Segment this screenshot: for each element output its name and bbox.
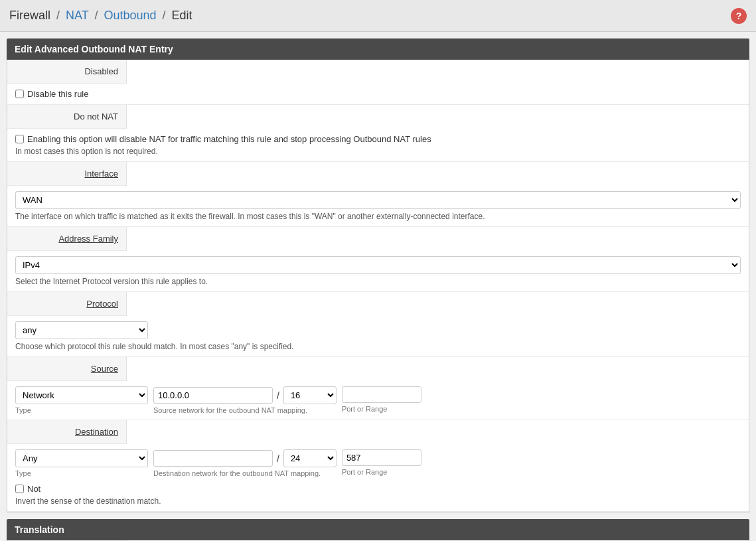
content-disabled: Disable this rule <box>7 84 749 105</box>
row-disabled: Disabled Disable this rule <box>7 60 749 105</box>
destination-network-label: Destination network for the outbound NAT… <box>153 469 337 477</box>
select-destination-cidr[interactable]: 8 16 24 32 <box>283 449 337 467</box>
select-source-cidr[interactable]: 8 16 24 32 <box>283 386 337 404</box>
content-destination: Any Network LAN subnet Type / 8 16 <box>7 444 749 512</box>
select-protocol[interactable]: any TCP UDP TCP/UDP ICMP <box>15 321 148 339</box>
breadcrumb-bar: Firewall / NAT / Outbound / Edit ? <box>0 0 756 32</box>
source-network-label: Source network for the outbound NAT mapp… <box>153 406 337 414</box>
sep1: / <box>56 9 63 22</box>
row-do-not-nat: Do not NAT Enabling this option will dis… <box>7 105 749 162</box>
destination-port-label: Port or Range <box>342 468 421 476</box>
label-interface: Interface <box>7 162 127 186</box>
do-not-nat-desc: In most cases this option is not require… <box>15 147 741 156</box>
breadcrumb-firewall: Firewall <box>9 9 50 22</box>
select-address-family[interactable]: IPv4 IPv6 IPv4+IPv6 <box>15 256 741 274</box>
destination-port-input[interactable] <box>342 449 421 466</box>
content-source: Network Any LAN subnet LAN address Type … <box>7 381 749 420</box>
sep3: / <box>163 9 169 22</box>
destination-addr-row: Any Network LAN subnet Type / 8 16 <box>15 449 741 477</box>
help-icon[interactable]: ? <box>731 8 747 24</box>
source-ip-input[interactable] <box>153 387 273 404</box>
destination-type-group: Any Network LAN subnet Type <box>15 449 148 477</box>
row-destination: Destination Any Network LAN subnet Type <box>7 420 749 512</box>
destination-ip-input[interactable] <box>153 450 273 467</box>
label-do-not-nat: Do not NAT <box>7 105 127 129</box>
row-source: Source Network Any LAN subnet LAN addres… <box>7 357 749 420</box>
source-port-group: Port or Range <box>342 386 421 413</box>
breadcrumb-outbound[interactable]: Outbound <box>104 9 156 22</box>
breadcrumb-nat[interactable]: NAT <box>66 9 88 22</box>
select-source-type[interactable]: Network Any LAN subnet LAN address <box>15 386 148 404</box>
interface-desc: The interface on which traffic is matche… <box>15 212 741 221</box>
checkbox-not[interactable] <box>15 485 24 493</box>
select-destination-type[interactable]: Any Network LAN subnet <box>15 449 148 467</box>
content-address-family: IPv4 IPv6 IPv4+IPv6 Select the Internet … <box>7 251 749 292</box>
label-disabled: Disabled <box>7 60 127 84</box>
row-protocol: Protocol any TCP UDP TCP/UDP ICMP Choose… <box>7 292 749 357</box>
not-description: Invert the sense of the destination matc… <box>15 497 741 506</box>
row-interface: Interface WAN LAN OPT1 The interface on … <box>7 162 749 227</box>
checkbox-do-not-nat-label[interactable]: Enabling this option will disable NAT fo… <box>15 134 741 144</box>
content-do-not-nat: Enabling this option will disable NAT fo… <box>7 129 749 162</box>
content-protocol: any TCP UDP TCP/UDP ICMP Choose which pr… <box>7 316 749 357</box>
source-ip-group: / 8 16 24 32 Source network for the outb… <box>153 386 337 414</box>
source-addr-row: Network Any LAN subnet LAN address Type … <box>15 386 741 414</box>
protocol-desc: Choose which protocol this rule should m… <box>15 342 741 351</box>
not-section: Not Invert the sense of the destination … <box>15 484 741 506</box>
content-interface: WAN LAN OPT1 The interface on which traf… <box>7 186 749 227</box>
checkbox-disabled[interactable] <box>15 90 24 98</box>
checkbox-do-not-nat[interactable] <box>15 135 24 143</box>
source-type-group: Network Any LAN subnet LAN address Type <box>15 386 148 414</box>
breadcrumb-edit: Edit <box>172 9 192 22</box>
main-content: Edit Advanced Outbound NAT Entry Disable… <box>0 32 756 541</box>
source-port-input[interactable] <box>342 386 421 403</box>
destination-type-label: Type <box>15 469 148 477</box>
section-header-main: Edit Advanced Outbound NAT Entry <box>7 39 749 60</box>
section-header-translation: Translation <box>7 519 749 540</box>
address-family-desc: Select the Internet Protocol version thi… <box>15 277 741 286</box>
checkbox-disabled-label[interactable]: Disable this rule <box>15 89 741 99</box>
select-interface[interactable]: WAN LAN OPT1 <box>15 191 741 209</box>
sep2: / <box>94 9 101 22</box>
label-address-family: Address Family <box>7 227 127 251</box>
label-source: Source <box>7 357 127 381</box>
breadcrumb: Firewall / NAT / Outbound / Edit <box>9 9 192 23</box>
form-table-main: Disabled Disable this rule Do not NAT En… <box>7 60 749 512</box>
row-address-family: Address Family IPv4 IPv6 IPv4+IPv6 Selec… <box>7 227 749 292</box>
source-slash: / <box>275 388 281 404</box>
source-port-label: Port or Range <box>342 405 421 413</box>
label-destination: Destination <box>7 420 127 444</box>
destination-port-group: Port or Range <box>342 449 421 476</box>
source-type-label: Type <box>15 406 148 414</box>
destination-slash: / <box>275 451 281 467</box>
label-protocol: Protocol <box>7 292 127 316</box>
not-checkbox-label[interactable]: Not <box>15 484 741 494</box>
destination-ip-group: / 8 16 24 32 Destination network for the… <box>153 449 337 477</box>
